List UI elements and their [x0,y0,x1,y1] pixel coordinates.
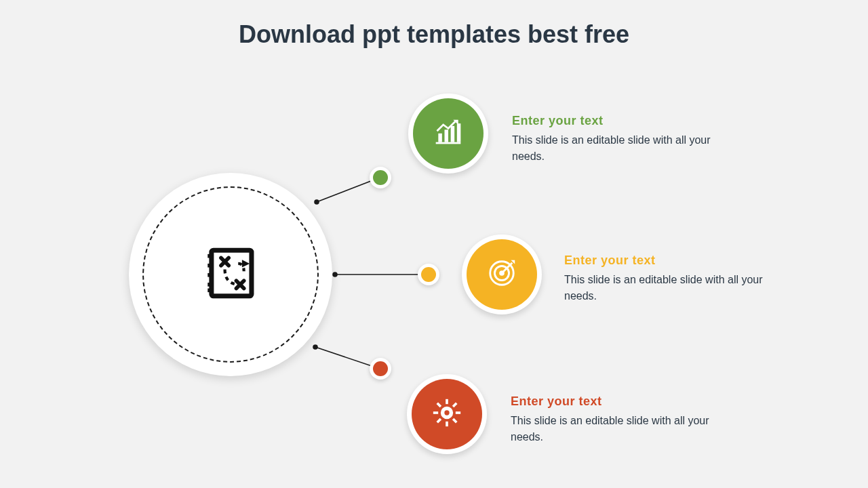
node-circle-chart [408,94,488,174]
target-icon [486,258,517,291]
strategy-playbook-icon [200,243,261,306]
svg-rect-33 [436,402,441,407]
svg-rect-27 [446,399,448,404]
svg-rect-34 [452,418,458,424]
bar-chart-arrow-icon [433,117,463,150]
svg-rect-16 [438,134,442,142]
node-circle-target [462,235,542,314]
text-block-gear: Enter your text This slide is an editabl… [511,394,721,445]
svg-marker-15 [242,260,250,267]
svg-rect-29 [433,411,438,414]
svg-rect-17 [444,129,448,142]
dot-orange [370,358,391,380]
dot-yellow [418,264,439,285]
node-circle-gear [407,374,487,454]
svg-rect-18 [451,126,455,142]
svg-rect-30 [456,411,460,414]
hub-dashed-border [142,186,319,363]
svg-rect-32 [436,418,441,424]
node-desc: This slide is an editable slide with all… [511,413,721,445]
node-title: Enter your text [564,253,774,268]
svg-rect-28 [446,422,448,426]
node-title: Enter your text [512,114,722,128]
svg-point-1 [315,200,319,204]
node-title: Enter your text [511,394,721,409]
svg-rect-19 [457,123,461,142]
node-desc: This slide is an editable slide with all… [512,132,722,165]
svg-rect-31 [452,402,458,407]
text-block-chart: Enter your text This slide is an editabl… [512,114,722,165]
text-block-target: Enter your text This slide is an editabl… [564,253,774,304]
node-desc: This slide is an editable slide with all… [564,272,774,304]
svg-point-7 [313,345,317,349]
svg-rect-20 [436,142,461,144]
svg-line-25 [502,263,512,273]
hub-circle [129,173,332,376]
svg-point-4 [333,272,337,277]
dot-green [370,167,391,188]
gear-icon [432,398,462,430]
page-title: Download ppt templates best free [0,20,868,49]
